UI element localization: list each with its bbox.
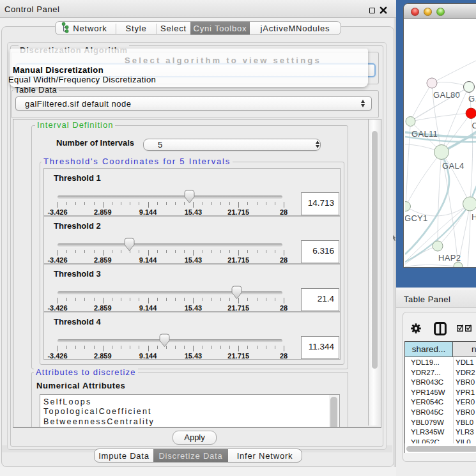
svg-text:GAL11: GAL11 bbox=[411, 129, 438, 139]
svg-text:HAP2: HAP2 bbox=[438, 253, 461, 263]
svg-text:C: C bbox=[472, 121, 476, 130]
svg-text:G.: G. bbox=[468, 94, 476, 104]
svg-text:GAL80: GAL80 bbox=[433, 90, 460, 100]
svg-text:GCY1: GCY1 bbox=[405, 213, 428, 223]
svg-text:GAL4: GAL4 bbox=[442, 161, 464, 171]
svg-text:H: H bbox=[472, 212, 476, 222]
